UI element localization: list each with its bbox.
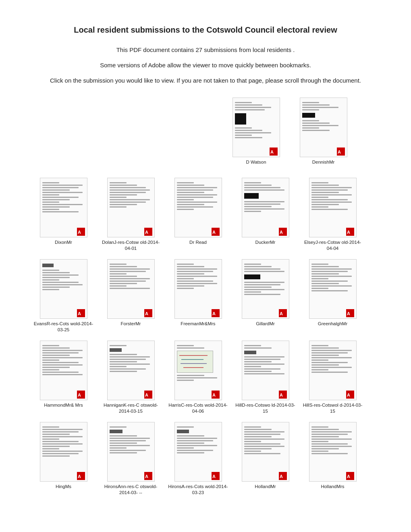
doc-label: HarrisC-res-Cots wold-2014-04-06 xyxy=(167,402,229,415)
doc-item-hammond-mr-mrs[interactable]: A HammondMr& Mrs xyxy=(32,341,95,415)
doc-item-dr-read[interactable]: A Dr Read xyxy=(167,178,229,252)
doc-item-elsey-j[interactable]: A ElseyJ-res-Cotsw old-2014-04-04 xyxy=(301,178,364,252)
doc-label: GillardMr xyxy=(256,321,275,327)
svg-text:A: A xyxy=(212,230,216,235)
svg-text:A: A xyxy=(280,474,283,479)
svg-text:A: A xyxy=(212,474,216,479)
doc-item-holland-mrs[interactable]: A HollandMrs xyxy=(301,422,364,496)
doc-label: HironsA-res-Cots wold-2014-03-23 xyxy=(167,484,229,496)
doc-item-ducker-mr[interactable]: A DuckerMr xyxy=(234,178,297,252)
svg-text:A: A xyxy=(145,474,148,479)
doc-item-forster-mr[interactable]: A ForsterMr xyxy=(100,259,162,333)
doc-item-hill-d[interactable]: A HillD-res-Cotswo ld-2014-03-15 xyxy=(234,341,297,415)
documents-grid: A DixonMr xyxy=(32,178,379,496)
svg-text:A: A xyxy=(78,393,81,397)
doc-label: HammondMr& Mrs xyxy=(44,402,83,409)
doc-label: DuckerMr xyxy=(255,239,276,246)
svg-text:A: A xyxy=(347,230,350,235)
svg-text:A: A xyxy=(212,311,216,316)
page-title: Local resident submissions to the Cotswo… xyxy=(32,24,379,35)
doc-item-holland-mr[interactable]: A HollandMr xyxy=(234,422,297,496)
doc-label: DixonMr xyxy=(55,239,72,246)
doc-label: HingMs xyxy=(56,484,71,490)
pdf-icon: A xyxy=(270,148,278,156)
doc-label: HollandMr xyxy=(255,484,276,490)
doc-label: GreenhalghMr xyxy=(318,321,348,327)
doc-label: D Watson xyxy=(246,159,266,166)
doc-label: FreemanMr&Mrs xyxy=(181,321,215,327)
page-header: Local resident submissions to the Cotswo… xyxy=(32,24,379,85)
doc-label: HollandMrs xyxy=(321,484,344,490)
svg-text:A: A xyxy=(145,230,148,235)
doc-item-hills[interactable]: A HillS-res-Cotswol d-2014-03-15 xyxy=(301,341,364,415)
doc-thumb: A xyxy=(232,98,280,157)
svg-text:A: A xyxy=(338,150,341,154)
svg-text:A: A xyxy=(347,393,350,397)
intro-para2: Some versions of Adobe allow the viewer … xyxy=(32,60,379,70)
doc-item-gillard-mr[interactable]: A GillardMr xyxy=(234,259,297,333)
svg-text:A: A xyxy=(145,311,148,316)
doc-label: DennishMr xyxy=(312,159,335,166)
svg-text:A: A xyxy=(78,474,81,479)
doc-item-dolan-j[interactable]: A DolanJ-res-Cotsw old-2014-04-01 xyxy=(100,178,162,252)
doc-item-dennish-mr[interactable]: A DennishMr xyxy=(292,98,355,166)
doc-item-d-watson[interactable]: A D Watson xyxy=(225,98,287,166)
page: Local resident submissions to the Cotswo… xyxy=(0,0,411,520)
intro-para3: Click on the submission you would like t… xyxy=(32,76,379,85)
svg-text:A: A xyxy=(212,393,216,397)
doc-label: HanniganK-res-C otswold-2014-03-15 xyxy=(100,402,162,415)
doc-label: EvansR-res-Cots wold-2014-03-25 xyxy=(32,321,95,333)
doc-item-hing-ms[interactable]: A HingMs xyxy=(32,422,95,496)
doc-label: HillS-res-Cotswol d-2014-03-15 xyxy=(301,402,364,415)
svg-text:A: A xyxy=(280,230,283,235)
doc-item-hannigan-k[interactable]: A HanniganK-res-C otswold-2014-03-15 xyxy=(100,341,162,415)
svg-text:A: A xyxy=(347,474,350,479)
doc-item-hirons-a[interactable]: A HironsA-res-Cots wold-2014-03-23 xyxy=(167,422,229,496)
doc-label: HillD-res-Cotswo ld-2014-03-15 xyxy=(234,402,297,415)
doc-thumb: A xyxy=(300,98,347,157)
doc-item-greenhalgh-mr[interactable]: A GreenhalghMr xyxy=(301,259,364,333)
doc-label: ElseyJ-res-Cotsw old-2014-04-04 xyxy=(301,239,364,252)
doc-label: HironsAnn-res-C otswold-2014-03- -- xyxy=(100,484,162,496)
svg-text:A: A xyxy=(78,311,81,316)
svg-text:A: A xyxy=(270,150,274,154)
svg-text:A: A xyxy=(145,393,148,397)
doc-label: DolanJ-res-Cotsw old-2014-04-01 xyxy=(100,239,162,252)
doc-item-freeman-mr-mrs[interactable]: A FreemanMr&Mrs xyxy=(167,259,229,333)
svg-text:A: A xyxy=(280,393,283,397)
svg-text:A: A xyxy=(347,311,350,316)
intro-para1: This PDF document contains 27 submission… xyxy=(32,45,379,55)
doc-item-evans-r[interactable]: A EvansR-res-Cots wold-2014-03-25 xyxy=(32,259,95,333)
svg-text:A: A xyxy=(280,311,283,316)
doc-item-dixon-mr[interactable]: A DixonMr xyxy=(32,178,95,252)
doc-item-harris-c[interactable]: A HarrisC-res-Cots wold-2014-04-06 xyxy=(167,341,229,415)
svg-text:A: A xyxy=(78,230,81,235)
pdf-icon: A xyxy=(337,148,345,156)
doc-item-hirons-ann[interactable]: A HironsAnn-res-C otswold-2014-03- -- xyxy=(100,422,162,496)
doc-label: ForsterMr xyxy=(121,321,141,327)
doc-label: Dr Read xyxy=(189,239,207,246)
